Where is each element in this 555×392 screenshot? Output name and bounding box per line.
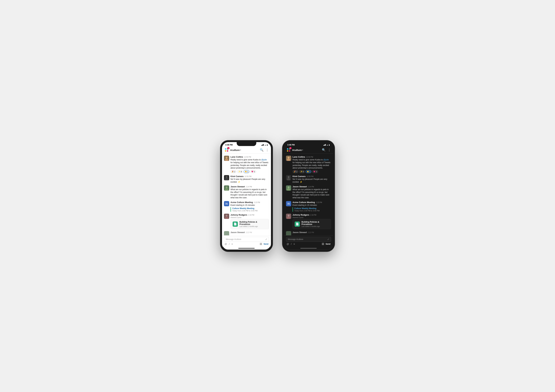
status-icons-light: ▲ ▮	[261, 144, 268, 146]
messages-light: Lane Collins 12:50 PM Really need to giv…	[222, 154, 271, 235]
header-icons-dark: 🔍 ⋮	[322, 148, 331, 152]
expand-icon-dark[interactable]: ⤢	[327, 238, 329, 241]
reaction-sparkle-light[interactable]: ✨ 8	[237, 170, 243, 173]
notification-badge-light: 1	[227, 147, 229, 149]
message-jason-dark: Jason Stewart 2:14 PM What are our polic…	[284, 185, 333, 200]
partial-msg-light: Jason Stewart 2:22 PM	[222, 230, 271, 235]
toolbar-light: @ / ≡ 🖼 Send	[224, 243, 269, 245]
list-icon-dark[interactable]: ≡	[293, 243, 295, 245]
svg-rect-18	[287, 150, 288, 152]
svg-point-30	[288, 214, 290, 217]
msg-content-johnny-dark: Johnny Rodgers 2:18 PM shared a post 📄 B…	[292, 214, 331, 229]
text-lane-dark: Really need to give some Kudos to @julie…	[292, 158, 331, 169]
avatar-kine-light	[224, 175, 229, 180]
event-title-light[interactable]: Culture Weekly Meeting	[232, 207, 269, 210]
slack-logo-dark: 1	[286, 148, 291, 152]
reaction-heart-dark[interactable]: 💗 3	[312, 170, 318, 173]
partial-msg-dark: Jason Stewart 2:22 PM	[284, 230, 333, 235]
image-icon-dark[interactable]: 🖼	[322, 243, 324, 245]
reactions-lane-dark: 🎉 2 ✨ 8 👏 1 💗 3	[292, 170, 331, 173]
reaction-clap-light[interactable]: 👏 1	[244, 170, 249, 173]
header-left-light: 1 #culture ▾	[224, 148, 241, 152]
more-icon-dark[interactable]: ⋮	[328, 148, 331, 152]
event-title-dark[interactable]: Culture Weekly Meeting	[294, 207, 331, 210]
msg-header-acme-dark: Acme Culture Meeting 2:15 PM	[292, 201, 331, 204]
input-placeholder-light: Message #culture	[226, 238, 265, 240]
time-light: 3:48 PM	[225, 144, 233, 146]
time-acme-dark: 2:15 PM	[316, 201, 322, 203]
partial-time-dark: 2:22 PM	[308, 232, 314, 233]
reaction-heart-light[interactable]: 💗 3	[250, 170, 256, 173]
at-icon-dark[interactable]: @	[287, 243, 289, 245]
avatar-jason-dark	[286, 185, 291, 191]
post-card-dark[interactable]: 📄 Building Policies & Procedures Last ed…	[292, 219, 331, 229]
time-dark: 3:48 PM	[287, 144, 295, 146]
partial-header-light: Jason Stewart 2:22 PM	[231, 231, 269, 234]
msg-content-jason-dark: Jason Stewart 2:14 PM What are our polic…	[292, 185, 331, 199]
reaction-sparkle-dark[interactable]: ✨ 8	[299, 170, 305, 173]
svg-rect-3	[227, 150, 228, 152]
send-button-light[interactable]: Send	[264, 243, 268, 245]
post-info-light: Building Policies & Procedures Last edit…	[240, 221, 267, 227]
slash-icon-dark[interactable]: /	[291, 243, 292, 245]
send-button-dark[interactable]: Send	[326, 243, 330, 245]
slash-icon-light[interactable]: /	[229, 243, 229, 245]
notch-dark	[299, 142, 318, 146]
slack-logo-light: 1	[224, 148, 229, 152]
sender-lane-dark: Lane Collins	[292, 156, 305, 158]
list-icon-light[interactable]: ≡	[232, 243, 233, 245]
partial-header-dark: Jason Stewart 2:22 PM	[292, 231, 331, 234]
toolbar-dark: @ / ≡ 🖼 Send	[286, 243, 331, 245]
post-icon-light: 📄	[233, 222, 238, 227]
partial-sender-light: Jason Stewart	[231, 231, 245, 234]
post-title-light: Building Policies & Procedures	[240, 221, 267, 225]
message-jason-light: Jason Stewart 2:14 PM What are our polic…	[222, 185, 271, 200]
time-johnny-dark: 2:18 PM	[310, 214, 316, 216]
input-box-light[interactable]: Message #culture ⤢	[224, 237, 269, 242]
chevron-icon-dark: ▾	[302, 149, 303, 151]
avatar-jason-light	[224, 185, 229, 191]
status-icons-dark: ▲ ▮	[323, 144, 330, 146]
reaction-clap-dark[interactable]: 👏 1	[306, 170, 311, 173]
msg-header-lane-dark: Lane Collins 12:50 PM	[292, 156, 331, 158]
input-area-dark: Message #culture ⤢ @ / ≡ 🖼 Send	[284, 235, 333, 247]
avatar-lane-dark	[286, 156, 291, 161]
channel-name-light[interactable]: #culture ▾	[230, 149, 241, 151]
message-johnny-dark: Johnny Rodgers 2:18 PM shared a post 📄 B…	[284, 213, 333, 230]
toolbar-left-dark: @ / ≡	[287, 243, 295, 245]
msg-header-jason-dark: Jason Stewart 2:14 PM	[292, 185, 331, 188]
mention-julie-light: @julie	[261, 159, 267, 161]
input-placeholder-dark: Message #culture	[288, 238, 327, 240]
text-kine-dark: No! It was my pleasure! People are very …	[292, 178, 331, 183]
text-kine-light: No! It was my pleasure! People are very …	[231, 178, 269, 183]
msg-header-acme-light: Acme Culture Meeting 2:15 PM	[231, 201, 269, 204]
channel-name-dark[interactable]: #culture ▾	[292, 149, 303, 151]
reaction-party-dark[interactable]: 🎉 2	[292, 170, 298, 173]
time-kine-dark: 12:55 PM	[307, 176, 314, 178]
input-area-light: Message #culture ⤢ @ / ≡ 🖼 Send	[222, 235, 271, 247]
msg-header-johnny-light: Johnny Rodgers 2:18 PM	[231, 214, 269, 216]
message-lane-light: Lane Collins 12:50 PM Really need to giv…	[222, 155, 271, 174]
avatar-acme-light: 31	[224, 201, 229, 206]
post-card-light[interactable]: 📄 Building Policies & Procedures Last ed…	[231, 219, 269, 229]
home-bar-dark	[300, 248, 317, 249]
partial-content-light: Jason Stewart 2:22 PM	[231, 231, 269, 235]
event-time-dark: Today from 2:30 PM to 3:00 PM	[294, 210, 331, 212]
image-icon-light[interactable]: 🖼	[260, 243, 262, 245]
svg-rect-0	[225, 148, 226, 150]
reaction-party-light[interactable]: 🎉 2	[231, 170, 236, 173]
svg-rect-16	[287, 148, 288, 150]
sender-johnny-dark: Johnny Rodgers	[292, 214, 309, 216]
at-icon-light[interactable]: @	[225, 243, 227, 245]
message-lane-dark: Lane Collins 12:50 PM Really need to giv…	[284, 155, 333, 174]
more-icon-light[interactable]: ⋮	[266, 148, 269, 152]
signal-icon-dark	[323, 144, 326, 146]
search-icon-light[interactable]: 🔍	[260, 148, 263, 152]
expand-icon-light[interactable]: ⤢	[265, 238, 267, 241]
battery-icon: ▮	[267, 144, 268, 146]
input-box-dark[interactable]: Message #culture ⤢	[286, 237, 331, 242]
search-icon-dark[interactable]: 🔍	[322, 148, 326, 152]
event-card-light: Culture Weekly Meeting Today from 2:30 P…	[231, 207, 269, 212]
svg-point-24	[288, 176, 290, 178]
message-kine-dark: Kiné Camara 12:55 PM No! It was my pleas…	[284, 174, 333, 184]
